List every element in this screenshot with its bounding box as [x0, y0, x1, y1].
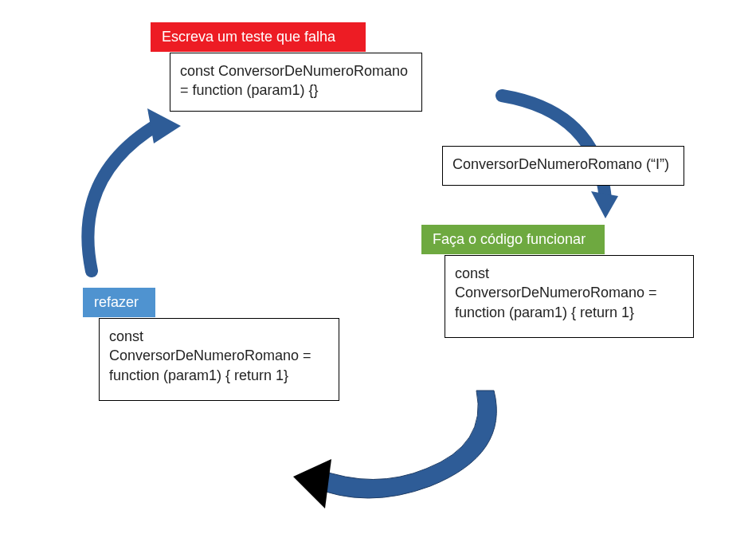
- code-line: = function (param1) {}: [180, 80, 412, 100]
- code-line: function (param1) { return 1}: [455, 303, 684, 322]
- svg-marker-0: [591, 191, 618, 218]
- code-box-call-test: ConversorDeNumeroRomano (“I”): [442, 146, 684, 186]
- red-step-label: Escreva um teste que falha: [151, 22, 366, 52]
- code-line: const: [109, 327, 329, 346]
- arrow-blue-to-red-icon: [68, 104, 195, 287]
- code-line: ConversorDeNumeroRomano (“I”): [452, 155, 674, 174]
- code-line: ConversorDeNumeroRomano =: [455, 283, 684, 302]
- code-line: const: [455, 264, 684, 283]
- code-box-refactor: const ConversorDeNumeroRomano = function…: [99, 318, 339, 401]
- svg-marker-2: [147, 108, 181, 143]
- code-line: const ConversorDeNumeroRomano: [180, 61, 412, 80]
- green-step-label: Faça o código funcionar: [421, 225, 605, 254]
- code-box-write-test: const ConversorDeNumeroRomano = function…: [170, 53, 422, 112]
- svg-marker-1: [293, 459, 331, 508]
- code-line: ConversorDeNumeroRomano =: [109, 346, 329, 365]
- code-box-make-pass: const ConversorDeNumeroRomano = function…: [445, 255, 694, 338]
- blue-step-label: refazer: [83, 288, 155, 317]
- code-line: function (param1) { return 1}: [109, 366, 329, 385]
